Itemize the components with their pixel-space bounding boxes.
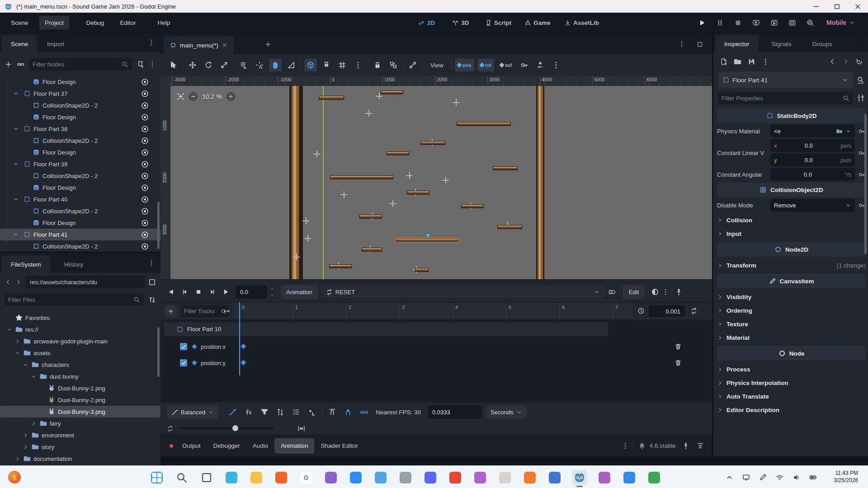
tree-node-row[interactable]: Floor Design — [0, 182, 160, 193]
visibility-toggle-icon[interactable] — [141, 113, 149, 121]
pan-tool[interactable] — [269, 59, 282, 71]
add-node-button-icon[interactable] — [5, 61, 12, 68]
timeline-ruler[interactable]: 01234567 — [233, 303, 633, 320]
inspector-category-staticbody2d[interactable]: StaticBody2D — [717, 108, 866, 123]
snap-step-input[interactable] — [649, 308, 685, 315]
taskbar-clock[interactable]: 11:43 PM3/25/2026 — [834, 469, 858, 484]
key-select-button[interactable] — [306, 406, 318, 418]
pin-bottom-panel-icon[interactable] — [682, 442, 689, 450]
lock-node-button[interactable] — [371, 59, 384, 71]
file-tree-row[interactable]: arcweave-godot-plugin-main — [0, 335, 160, 347]
file-tree-row[interactable]: environment — [0, 429, 160, 441]
chevron-down-icon[interactable] — [13, 196, 19, 202]
tray-chevron-up-icon[interactable] — [726, 474, 733, 481]
update-mode-dropdown[interactable]: Balanced — [167, 405, 218, 419]
taskbar-app-google-app[interactable]: G — [298, 470, 314, 485]
chevron-down-icon[interactable] — [13, 161, 19, 167]
tree-node-row[interactable]: Floor Part 37 — [0, 88, 160, 99]
inspected-node-dropdown[interactable]: Floor Part 41 — [718, 72, 853, 88]
inspector-group-ordering[interactable]: Ordering — [717, 304, 866, 317]
close-button[interactable] — [847, 0, 868, 13]
tree-node-row[interactable]: Floor Design — [0, 111, 160, 123]
rotate-tool[interactable] — [202, 59, 215, 71]
playhead[interactable] — [239, 302, 240, 375]
taskbar-app-mail-app[interactable] — [497, 470, 513, 485]
inspector-scrollbar[interactable] — [864, 114, 867, 254]
taskbar-app-store[interactable] — [373, 470, 388, 485]
resource-picker[interactable]: <e — [770, 125, 855, 137]
visibility-toggle-icon[interactable] — [141, 90, 149, 98]
visibility-toggle-icon[interactable] — [141, 219, 149, 227]
taskbar-app-search[interactable] — [174, 470, 189, 485]
visibility-toggle-icon[interactable] — [141, 184, 149, 192]
taskbar-app-discord[interactable] — [423, 470, 438, 485]
object-history-button-icon[interactable] — [856, 58, 863, 65]
distraction-free-icon[interactable] — [696, 41, 703, 48]
play-current-scene-button[interactable] — [769, 17, 779, 28]
workspace-tab-script[interactable]: Script — [485, 16, 511, 29]
tray-monitor-icon[interactable] — [742, 474, 750, 481]
chevron-down-icon[interactable] — [14, 350, 20, 356]
close-icon[interactable] — [222, 42, 227, 48]
visibility-toggle-icon[interactable] — [141, 243, 149, 250]
chevron-down-icon[interactable] — [13, 126, 19, 132]
workspace-tab-2d[interactable]: 2D — [418, 16, 435, 29]
animation-menu-button[interactable]: Animation — [281, 285, 318, 299]
chevron-right-icon[interactable] — [23, 432, 28, 438]
time-unit-dropdown[interactable]: Seconds — [486, 405, 527, 419]
track-enabled-checkbox[interactable] — [180, 343, 187, 350]
taskbar-app-media-app[interactable] — [472, 470, 488, 485]
visibility-toggle-icon[interactable] — [141, 149, 149, 156]
visibility-toggle-icon[interactable] — [141, 207, 149, 215]
taskbar-app-krita[interactable] — [597, 470, 612, 485]
step-field[interactable] — [428, 405, 482, 419]
menu-debug[interactable]: Debug — [80, 16, 109, 29]
group-node-button[interactable] — [387, 59, 400, 71]
visibility-toggle-icon[interactable] — [141, 172, 149, 180]
keyframe-diamond[interactable] — [241, 343, 246, 349]
filter-files-input[interactable] — [5, 296, 133, 303]
toggle-split-mode-icon[interactable] — [148, 278, 156, 286]
filter-properties-field[interactable] — [718, 92, 853, 104]
bottom-panel-menu-icon[interactable] — [622, 442, 629, 450]
bottom-tab-shader-editor[interactable]: Shader Editor — [314, 438, 364, 454]
file-tree-row[interactable]: Dust-Bunny-3.png — [0, 406, 160, 418]
filter-nodes-input[interactable] — [29, 61, 122, 68]
new-resource-button-icon[interactable] — [720, 58, 727, 66]
snap-step-field[interactable] — [649, 305, 685, 317]
platform-sprite[interactable] — [387, 151, 409, 155]
taskbar-app-vscode[interactable] — [622, 470, 637, 485]
tree-node-row[interactable]: CollisionShape2D - 2 — [0, 205, 160, 217]
delete-track-button-icon[interactable] — [675, 343, 682, 350]
visibility-toggle-icon[interactable] — [141, 196, 149, 203]
inspector-category-canvasitem[interactable]: CanvasItem — [717, 274, 866, 288]
vector-component-field[interactable]: x0.0px/s — [770, 139, 855, 152]
file-tree-row[interactable]: story — [0, 441, 160, 453]
tree-node-row[interactable]: Floor Design — [0, 76, 160, 88]
chevron-down-icon[interactable] — [6, 327, 12, 333]
anim-time-input[interactable] — [236, 289, 267, 296]
center-view-button-icon[interactable] — [177, 93, 184, 100]
bottom-tab-output[interactable]: Output — [176, 438, 207, 454]
visibility-toggle-icon[interactable] — [141, 137, 149, 145]
chevron-down-icon[interactable] — [31, 374, 37, 380]
run-profile-dropdown[interactable]: Mobile — [826, 16, 855, 29]
platform-sprite[interactable] — [381, 90, 403, 94]
enum-dropdown[interactable]: Remove — [770, 199, 855, 211]
menu-project[interactable]: Project — [39, 16, 69, 29]
zoom-out-button[interactable] — [189, 92, 198, 101]
selected-node-gizmo[interactable] — [425, 233, 430, 238]
chevron-down-icon[interactable] — [23, 362, 28, 368]
chevron-down-icon[interactable] — [13, 231, 19, 238]
onion-menu-icon[interactable] — [662, 288, 669, 296]
taskbar-app-godot[interactable] — [572, 470, 587, 485]
play-scene-button[interactable] — [750, 17, 761, 28]
file-tree-row[interactable]: documentation — [0, 453, 160, 465]
history-back-button-icon[interactable] — [829, 58, 836, 65]
property-tools-button-icon[interactable] — [857, 94, 865, 102]
inspector-tab-signals[interactable]: Signals — [763, 35, 801, 52]
platform-sprite[interactable] — [497, 225, 522, 229]
tree-node-row[interactable]: Floor Part 38 — [0, 123, 160, 135]
file-tree-row[interactable]: Favorites: — [0, 312, 160, 324]
file-tree-row[interactable]: assets — [0, 347, 160, 359]
